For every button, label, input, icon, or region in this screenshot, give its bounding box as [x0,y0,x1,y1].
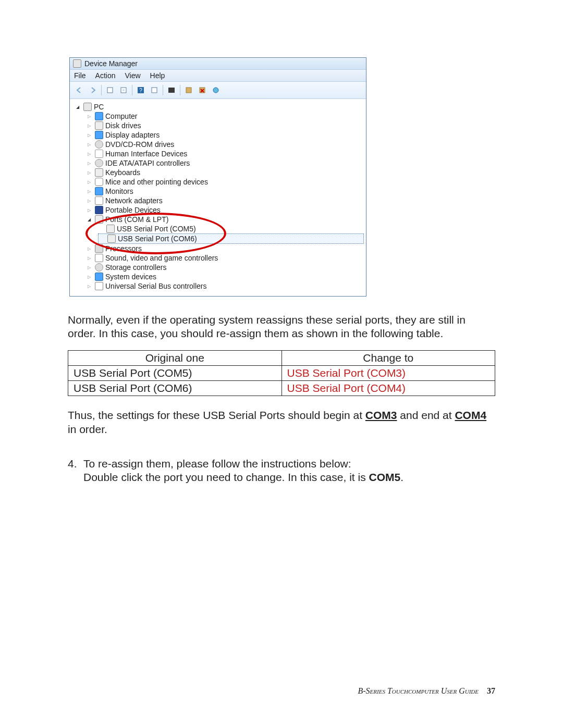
properties-icon[interactable] [104,84,116,96]
refresh-icon[interactable] [117,84,130,96]
menu-action[interactable]: Action [95,71,116,80]
drive-icon [95,263,103,272]
tree-item[interactable]: Mice and other pointing devices [87,177,364,187]
tree-item[interactable]: Ports (COM & LPT) [87,215,364,224]
expand-icon[interactable] [87,170,92,175]
table-cell: USB Serial Port (COM4) [282,381,495,396]
table-row: USB Serial Port (COM6) USB Serial Port (… [68,381,495,396]
expand-icon[interactable] [87,217,92,222]
disk-icon [95,121,103,130]
table-cell: USB Serial Port (COM6) [68,381,282,396]
step-4: 4. To re-assign them, please follow the … [68,457,495,485]
tree-item[interactable]: Computer [87,112,364,121]
tree-item-label: Ports (COM & LPT) [105,215,168,224]
tree-item[interactable]: Display adapters [87,130,364,140]
menubar: File Action View Help [70,70,366,82]
svg-rect-5 [168,88,175,93]
tree-item-label: Processors [105,244,142,253]
tree-item-label: Monitors [105,187,133,196]
tree-item-label: Storage controllers [105,263,167,272]
menu-file[interactable]: File [74,71,86,80]
tree-item[interactable]: USB Serial Port (COM5) [98,224,364,233]
page-footer: B-Series Touchcomputer User Guide 37 [358,686,495,696]
tree-item[interactable]: Human Interface Devices [87,149,364,158]
expand-icon[interactable] [87,189,92,194]
table-header-changeto: Change to [282,350,495,365]
tree-item-label: USB Serial Port (COM6) [118,234,197,243]
tree-item[interactable]: Portable Devices [87,205,364,215]
expand-icon[interactable] [87,142,92,147]
tree-item-label: Mice and other pointing devices [105,177,208,187]
blue-icon [95,206,103,214]
tree-item-label: System devices [105,272,156,281]
expand-icon[interactable] [87,132,92,138]
scan-icon[interactable] [148,84,161,96]
table-row: USB Serial Port (COM5) USB Serial Port (… [68,365,495,380]
expand-icon[interactable] [87,179,92,184]
tree-item-label: Disk drives [105,121,141,130]
tree-item[interactable]: System devices [87,272,364,281]
svg-rect-6 [186,88,191,93]
tree-item-root[interactable]: PC [75,102,364,112]
expand-icon[interactable] [87,207,92,213]
tree-item-label: DVD/CD-ROM drives [105,140,174,149]
tree-item[interactable]: Universal Serial Bus controllers [87,281,364,291]
tree-item-label: Sound, video and game controllers [105,253,218,263]
footer-title: B-Series Touchcomputer User Guide [358,686,479,695]
window-title: Device Manager [84,59,138,68]
port-icon [106,225,115,233]
tree-item[interactable]: IDE ATA/ATAPI controllers [87,158,364,168]
tree-item-label: USB Serial Port (COM5) [117,224,196,233]
tree-item[interactable]: Storage controllers [87,263,364,272]
menu-view[interactable]: View [125,71,140,80]
mon-icon [95,273,103,281]
table-header-original: Original one [68,350,282,365]
expand-icon[interactable] [75,104,80,109]
forward-icon[interactable] [87,84,99,96]
port-icon [107,235,116,243]
port-icon [95,215,103,224]
help-icon[interactable]: ? [134,84,147,96]
device-manager-icon [73,59,81,68]
tree-item[interactable]: Monitors [87,187,364,196]
expand-icon[interactable] [87,265,92,270]
expand-icon[interactable] [87,161,92,166]
expand-icon[interactable] [87,198,92,203]
tree-item-label: PC [94,102,104,112]
expand-icon[interactable] [87,151,92,156]
net-icon [95,196,103,205]
tree-item[interactable]: Keyboards [87,168,364,177]
expand-icon[interactable] [87,283,92,289]
tree-item-label: Network adapters [105,196,163,205]
toolbar-icon-8[interactable] [210,84,222,96]
svg-point-8 [213,88,218,93]
device-tree: PCComputerDisk drivesDisplay adaptersDVD… [70,99,366,296]
hid-icon [95,150,103,158]
expand-icon[interactable] [87,123,92,128]
mouse-icon [95,178,103,186]
usb-icon [95,282,103,290]
tree-item-label: Keyboards [105,168,140,177]
mon-icon [95,131,103,139]
step-line-1: To re-assign them, please follow the ins… [83,457,403,471]
tree-item[interactable]: Disk drives [87,121,364,130]
toolbar-icon-6[interactable] [182,84,195,96]
expand-icon[interactable] [87,114,92,119]
tree-item[interactable]: Sound, video and game controllers [87,253,364,263]
tree-item[interactable]: USB Serial Port (COM6) [98,233,364,244]
paragraph-1: Normally, even if the operating system r… [68,313,495,341]
expand-icon[interactable] [87,274,92,279]
tree-item[interactable]: DVD/CD-ROM drives [87,140,364,149]
expand-icon[interactable] [87,255,92,261]
tree-item[interactable]: Processors [87,244,364,253]
menu-help[interactable]: Help [150,71,165,80]
step-number: 4. [68,457,79,485]
svg-rect-0 [107,88,113,93]
tree-item-label: Universal Serial Bus controllers [105,281,207,291]
toolbar-icon-5[interactable] [165,84,178,96]
expand-icon[interactable] [87,246,92,251]
tree-item[interactable]: Network adapters [87,196,364,205]
svg-rect-4 [152,88,157,93]
toolbar-icon-7[interactable] [196,84,209,96]
back-icon[interactable] [73,84,85,96]
